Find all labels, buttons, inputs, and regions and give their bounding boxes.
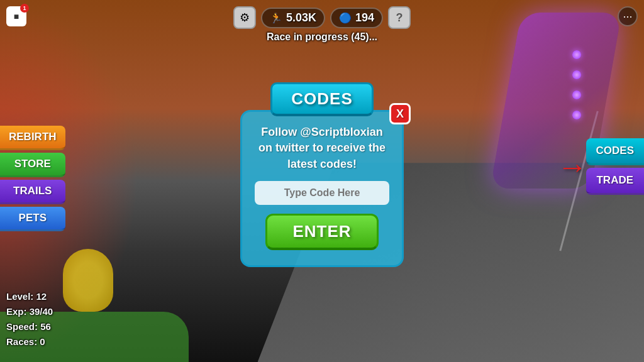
close-button[interactable]: X <box>389 103 411 124</box>
codes-modal-body: X Follow @Scriptbloxian on twitter to re… <box>240 110 404 267</box>
code-input[interactable] <box>255 181 389 205</box>
codes-description: Follow @Scriptbloxian on twitter to rece… <box>255 124 389 172</box>
codes-modal: CODES X Follow @Scriptbloxian on twitter… <box>240 82 404 267</box>
codes-title-button[interactable]: CODES <box>270 82 373 116</box>
modal-overlay: CODES X Follow @Scriptbloxian on twitter… <box>0 0 644 362</box>
enter-button[interactable]: ENTER <box>265 214 378 250</box>
